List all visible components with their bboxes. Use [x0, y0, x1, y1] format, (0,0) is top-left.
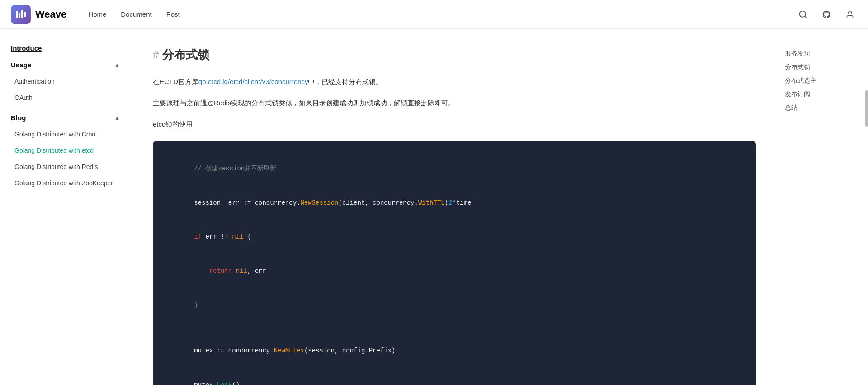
svg-point-4 [800, 11, 806, 17]
code-line-7: mutex.Lock() [164, 368, 745, 385]
svg-rect-0 [16, 11, 18, 18]
sidebar-section-blog: Blog ▲ Golang Distributed with Cron Gola… [0, 109, 131, 191]
sidebar-section-usage: Usage ▲ Authentication OAuth [0, 56, 131, 106]
code-comment-1: // 创建session并不断刷新 [194, 165, 276, 172]
toc-item-1[interactable]: 服务发现 [785, 47, 861, 61]
nav-post[interactable]: Post [166, 10, 180, 18]
search-icon [798, 10, 807, 19]
paragraph-1: 在ECTD官方库go.etcd.io/etcd/client/v3/concur… [153, 75, 756, 88]
sidebar-item-cron[interactable]: Golang Distributed with Cron [0, 126, 131, 142]
toc-item-5[interactable]: 总结 [785, 101, 861, 115]
redis-text: Redis [214, 99, 231, 107]
layout: Introduce Usage ▲ Authentication OAuth B… [0, 29, 868, 385]
svg-point-6 [849, 11, 852, 14]
table-of-contents: 服务发现 分布式锁 分布式选主 发布订阅 总结 [778, 29, 868, 385]
paragraph-2: 主要原理与之前通过Redis实现的分布式锁类似，如果目录创建成功则加锁成功，解锁… [153, 97, 756, 109]
paragraph-3: etcd锁的使用 [153, 118, 756, 130]
chevron-up-icon: ▲ [114, 62, 120, 68]
toc-item-2[interactable]: 分布式锁 [785, 61, 861, 74]
search-button[interactable] [796, 7, 810, 22]
user-button[interactable] [843, 7, 857, 22]
svg-rect-2 [21, 10, 23, 18]
code-line-2: session, err := concurrency.NewSession(c… [164, 186, 745, 221]
header-actions [796, 7, 857, 22]
scrollbar-indicator [865, 90, 868, 127]
header-nav: Home Document Post [88, 10, 796, 18]
header: Weave Home Document Post [0, 0, 868, 29]
sidebar-item-authentication[interactable]: Authentication [0, 73, 131, 89]
code-line-6: mutex := concurrency.NewMutex(session, c… [164, 334, 745, 368]
svg-rect-3 [24, 12, 26, 17]
toc-item-4[interactable]: 发布订阅 [785, 88, 861, 101]
code-line-blank [164, 323, 745, 334]
sidebar-item-redis[interactable]: Golang Distributed with Redis [0, 159, 131, 175]
title-text: 分布式锁 [162, 47, 209, 63]
main-content: # 分布式锁 在ECTD官方库go.etcd.io/etcd/client/v3… [131, 29, 778, 385]
sidebar-section-usage-header[interactable]: Usage ▲ [0, 56, 131, 73]
nav-home[interactable]: Home [88, 10, 106, 18]
code-line-3: if err != nil { [164, 220, 745, 254]
sidebar-section-blog-header[interactable]: Blog ▲ [0, 109, 131, 126]
nav-document[interactable]: Document [121, 10, 151, 18]
svg-rect-1 [19, 13, 20, 18]
github-icon [822, 10, 831, 19]
title-hash: # [153, 49, 159, 61]
code-line-4: return nil, err [164, 254, 745, 289]
logo-icon [11, 5, 31, 24]
user-icon [845, 10, 854, 19]
sidebar-item-introduce[interactable]: Introduce [0, 40, 131, 56]
svg-line-5 [805, 16, 807, 18]
sidebar-item-oauth[interactable]: OAuth [0, 89, 131, 106]
logo-link[interactable]: Weave [11, 5, 66, 24]
sidebar: Introduce Usage ▲ Authentication OAuth B… [0, 29, 131, 385]
logo-text: Weave [35, 9, 66, 20]
toc-item-3[interactable]: 分布式选主 [785, 74, 861, 88]
sidebar-section-usage-label: Usage [11, 61, 31, 69]
code-line-1: // 创建session并不断刷新 [164, 152, 745, 186]
chevron-up-icon-blog: ▲ [114, 115, 120, 121]
sidebar-item-etcd[interactable]: Golang Distributed with etcd [0, 142, 131, 159]
code-block: // 创建session并不断刷新 session, err := concur… [153, 141, 756, 385]
sidebar-section-blog-label: Blog [11, 114, 26, 122]
page-title: # 分布式锁 [153, 47, 756, 63]
etcd-link[interactable]: go.etcd.io/etcd/client/v3/concurrency [198, 78, 308, 85]
code-line-5: } [164, 288, 745, 323]
sidebar-item-zookeeper[interactable]: Golang Distributed with ZooKeeper [0, 175, 131, 191]
github-button[interactable] [819, 7, 834, 22]
logo-svg [14, 8, 27, 21]
